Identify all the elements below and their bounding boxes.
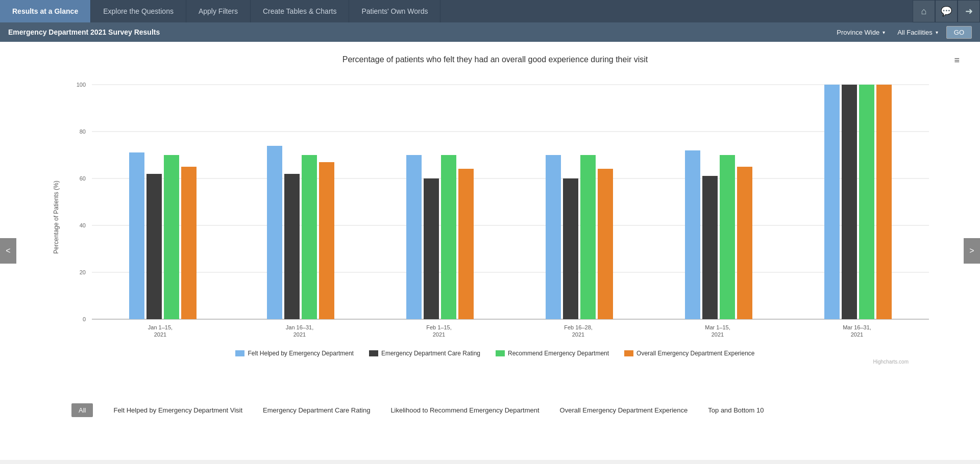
chat-icon[interactable]: 💬	[935, 0, 958, 22]
sub-header: Emergency Department 2021 Survey Results…	[0, 22, 980, 42]
tab-patients-own-words[interactable]: Patients' Own Words	[349, 0, 440, 22]
facilities-label: All Facilities	[897, 29, 933, 36]
main-content: < Percentage of patients who felt they h…	[0, 42, 980, 460]
home-icon[interactable]: ⌂	[913, 0, 935, 22]
bar-g2-orange	[319, 162, 334, 319]
sub-header-controls: Province Wide ▾ All Facilities ▾ GO	[832, 26, 972, 39]
nav-icon-group: ⌂ 💬 ➜	[913, 0, 980, 22]
bar-g6-dark	[842, 85, 857, 319]
legend-item-blue: Felt Helped by Emergency Department	[235, 350, 353, 357]
bar-g4-blue	[546, 155, 561, 319]
bar-g6-orange	[876, 85, 892, 319]
legend-swatch-orange	[624, 350, 633, 356]
bar-g3-green	[441, 155, 456, 319]
chart-credit: Highcharts.com	[51, 359, 909, 365]
legend-item-dark: Emergency Department Care Rating	[369, 350, 480, 357]
svg-text:40: 40	[80, 222, 86, 228]
chart-menu-icon[interactable]: ≡	[954, 55, 960, 66]
bar-g5-dark	[702, 176, 718, 319]
bar-g5-orange	[737, 167, 752, 319]
svg-text:20: 20	[80, 269, 86, 275]
tab-explore-questions[interactable]: Explore the Questions	[91, 0, 186, 22]
filter-all-button[interactable]: All	[71, 403, 93, 417]
svg-text:2021: 2021	[851, 331, 863, 338]
filter-item-1[interactable]: Emergency Department Care Rating	[263, 406, 370, 414]
top-navigation: Results at a Glance Explore the Question…	[0, 0, 980, 22]
tab-apply-filters[interactable]: Apply Filters	[186, 0, 251, 22]
bar-g2-green	[302, 155, 317, 319]
bar-chart: Percentage of Patients (%) 100 80 60 40 …	[51, 74, 949, 340]
legend-label-dark: Emergency Department Care Rating	[381, 350, 480, 357]
svg-text:2021: 2021	[293, 331, 306, 338]
bar-g3-blue	[406, 155, 422, 319]
tab-create-tables-charts[interactable]: Create Tables & Charts	[251, 0, 349, 22]
svg-text:100: 100	[77, 82, 86, 88]
legend-item-orange: Overall Emergency Department Experience	[624, 350, 754, 357]
facilities-chevron-icon: ▾	[936, 30, 938, 35]
legend-swatch-dark	[369, 350, 378, 356]
province-dropdown[interactable]: Province Wide ▾	[832, 27, 889, 38]
filter-item-2[interactable]: Likelihood to Recommend Emergency Depart…	[390, 406, 539, 414]
svg-text:80: 80	[80, 128, 86, 135]
tab-results-at-a-glance[interactable]: Results at a Glance	[0, 0, 91, 22]
y-axis-label: Percentage of Patients (%)	[53, 181, 60, 253]
legend-swatch-green	[496, 350, 505, 356]
chart-container: Percentage of patients who felt they had…	[10, 50, 970, 395]
next-arrow[interactable]: >	[964, 238, 980, 264]
bar-g4-orange	[598, 169, 613, 319]
svg-text:60: 60	[80, 175, 86, 182]
go-button[interactable]: GO	[946, 26, 972, 39]
prev-arrow[interactable]: <	[0, 238, 16, 264]
svg-text:2021: 2021	[572, 331, 584, 338]
bar-g5-green	[720, 155, 735, 319]
legend-label-blue: Felt Helped by Emergency Department	[248, 350, 353, 357]
bar-g2-dark	[284, 174, 300, 319]
bar-g2-blue	[267, 146, 282, 319]
filter-item-0[interactable]: Felt Helped by Emergency Department Visi…	[113, 406, 242, 414]
bar-g1-dark	[146, 174, 162, 319]
chart-title: Percentage of patients who felt they had…	[51, 55, 939, 64]
bar-g5-blue	[685, 150, 700, 319]
filter-item-4[interactable]: Top and Bottom 10	[708, 406, 764, 414]
svg-text:Mar 1–15,: Mar 1–15,	[705, 324, 730, 330]
svg-text:Jan 1–15,: Jan 1–15,	[148, 324, 173, 330]
chart-svg-wrapper: Percentage of Patients (%) 100 80 60 40 …	[51, 74, 939, 342]
province-chevron-icon: ▾	[883, 30, 885, 35]
bar-g1-blue	[129, 152, 144, 319]
page-title: Emergency Department 2021 Survey Results	[8, 28, 832, 36]
bar-g4-green	[580, 155, 596, 319]
facilities-dropdown[interactable]: All Facilities ▾	[893, 27, 942, 38]
svg-text:0: 0	[83, 316, 86, 322]
svg-text:Feb 1–15,: Feb 1–15,	[426, 324, 452, 330]
legend-label-green: Recommend Emergency Department	[508, 350, 609, 357]
chart-legend: Felt Helped by Emergency Department Emer…	[51, 350, 939, 357]
bar-g1-orange	[181, 167, 197, 319]
svg-text:Mar 16–31,: Mar 16–31,	[843, 324, 871, 330]
bar-g3-orange	[458, 169, 474, 319]
filter-item-3[interactable]: Overall Emergency Department Experience	[560, 406, 688, 414]
bar-g1-green	[164, 155, 179, 319]
legend-item-green: Recommend Emergency Department	[496, 350, 609, 357]
share-icon[interactable]: ➜	[958, 0, 980, 22]
province-label: Province Wide	[837, 29, 879, 36]
bar-g4-dark	[563, 178, 578, 319]
svg-text:Jan 16–31,: Jan 16–31,	[286, 324, 313, 330]
svg-text:Feb 16–28,: Feb 16–28,	[564, 324, 593, 330]
legend-label-orange: Overall Emergency Department Experience	[636, 350, 754, 357]
svg-text:2021: 2021	[154, 331, 166, 338]
bar-g6-blue	[824, 85, 840, 319]
bottom-filter-bar: All Felt Helped by Emergency Department …	[10, 395, 970, 425]
legend-swatch-blue	[235, 350, 244, 356]
bar-g6-green	[859, 85, 874, 319]
svg-text:2021: 2021	[433, 331, 445, 338]
svg-text:2021: 2021	[712, 331, 724, 338]
bar-g3-dark	[424, 178, 439, 319]
